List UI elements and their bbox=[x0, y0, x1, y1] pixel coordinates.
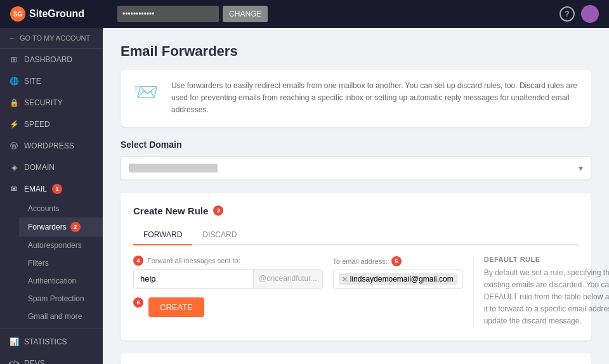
forwarders-label: Forwarders bbox=[28, 223, 67, 231]
sidebar-divider bbox=[0, 328, 103, 328]
paper-plane-icon: 📨 bbox=[133, 80, 159, 104]
default-rule-box: DEFAULT RULE By default we set a rule, s… bbox=[473, 256, 609, 328]
tag-remove-icon[interactable]: × bbox=[343, 275, 348, 283]
info-text: Use forwarders to easily redirect emails… bbox=[171, 80, 579, 117]
sidebar-back-link[interactable]: ← GO TO MY ACCOUNT bbox=[0, 28, 103, 49]
sidebar-label-statistics: STATISTICS bbox=[24, 337, 67, 346]
sidebar-label-security: SECURITY bbox=[24, 98, 63, 107]
forward-from-label: 4 Forward all messages sent to: bbox=[133, 256, 323, 266]
topbar-left: SG SiteGround CHANGE bbox=[10, 6, 268, 22]
create-rule-section: Create New Rule 3 FORWARD DISCARD 4 Forw… bbox=[121, 193, 591, 341]
default-rule-text: By default we set a rule, specifying tha… bbox=[484, 267, 609, 328]
email-tag: × lindsaydemoemail@gmail.com bbox=[339, 273, 457, 285]
sidebar-label-site: SITE bbox=[24, 77, 41, 86]
sidebar-label-dashboard: DASHBOARD bbox=[24, 55, 72, 64]
rule-tabs: FORWARD DISCARD bbox=[133, 225, 579, 245]
domain-suffix: @onceandfutur... bbox=[253, 270, 322, 288]
logo-icon: SG bbox=[10, 6, 25, 22]
create-rule-title: Create New Rule bbox=[133, 205, 208, 216]
sidebar: ← GO TO MY ACCOUNT ⊞ DASHBOARD 🌐 SITE 🔒 … bbox=[0, 28, 103, 364]
rule-header: Create New Rule 3 bbox=[133, 205, 579, 216]
rule-form-left: 4 Forward all messages sent to: @onceand… bbox=[133, 256, 463, 317]
sidebar-item-statistics[interactable]: 📊 STATISTICS bbox=[0, 331, 103, 353]
create-rule-button[interactable]: CREATE bbox=[148, 297, 204, 317]
form-badge-4: 4 bbox=[133, 256, 143, 266]
sidebar-item-security[interactable]: 🔒 SECURITY bbox=[0, 92, 103, 114]
grid-icon: ⊞ bbox=[9, 55, 19, 65]
sidebar-label-email: EMAIL bbox=[24, 185, 47, 193]
sidebar-item-site[interactable]: 🌐 SITE bbox=[0, 70, 103, 92]
sidebar-item-speed[interactable]: ⚡ SPEED bbox=[0, 114, 103, 135]
create-rule-badge: 3 bbox=[213, 205, 223, 216]
rule-inputs-row: 4 Forward all messages sent to: @onceand… bbox=[133, 256, 463, 289]
chevron-down-icon: ▾ bbox=[579, 163, 583, 173]
help-icon[interactable]: ? bbox=[560, 6, 575, 22]
sidebar-label-devs: DEVS bbox=[24, 359, 45, 364]
info-box: 📨 Use forwarders to easily redirect emai… bbox=[121, 70, 591, 127]
speed-icon: ⚡ bbox=[9, 119, 19, 129]
main-content: Email Forwarders 📨 Use forwarders to eas… bbox=[103, 28, 609, 364]
forward-to-group: To email address: 5 × lindsaydemoemail@g… bbox=[333, 256, 463, 289]
tab-discard[interactable]: DISCARD bbox=[192, 225, 247, 245]
sidebar-label-domain: DOMAIN bbox=[24, 163, 55, 172]
avatar[interactable] bbox=[581, 5, 599, 23]
layout: ← GO TO MY ACCOUNT ⊞ DASHBOARD 🌐 SITE 🔒 … bbox=[0, 28, 609, 364]
forward-from-group: 4 Forward all messages sent to: @onceand… bbox=[133, 256, 323, 289]
email-icon: ✉ bbox=[9, 184, 19, 194]
forward-from-input-wrap: @onceandfutur... bbox=[133, 269, 323, 289]
subnav-spam-protection[interactable]: Spam Protection bbox=[19, 290, 103, 308]
email-subnav: Accounts Forwarders 2 Autoresponders Fil… bbox=[0, 200, 103, 325]
forward-from-input[interactable] bbox=[134, 270, 253, 288]
page-title: Email Forwarders bbox=[121, 43, 591, 60]
manage-rules-section: Manage Rules Email Address Rule Actions bbox=[121, 353, 591, 365]
change-button[interactable]: CHANGE bbox=[223, 6, 268, 22]
manage-rules-title: Manage Rules bbox=[121, 353, 591, 365]
topbar-right: ? bbox=[560, 5, 599, 23]
wordpress-icon: Ⓦ bbox=[9, 141, 19, 151]
sidebar-item-domain[interactable]: ◈ DOMAIN bbox=[0, 157, 103, 178]
rule-form-row: 4 Forward all messages sent to: @onceand… bbox=[133, 256, 579, 328]
forwarders-badge: 2 bbox=[70, 222, 81, 232]
topbar-account-input[interactable] bbox=[117, 6, 219, 22]
tab-forward[interactable]: FORWARD bbox=[133, 225, 192, 245]
sidebar-item-dashboard[interactable]: ⊞ DASHBOARD bbox=[0, 49, 103, 70]
code-icon: </> bbox=[9, 358, 19, 364]
domain-icon: ◈ bbox=[9, 162, 19, 172]
select-domain-label: Select Domain bbox=[121, 140, 591, 150]
sidebar-item-wordpress[interactable]: Ⓦ WORDPRESS bbox=[0, 135, 103, 157]
to-badge-5: 5 bbox=[391, 256, 402, 266]
default-rule-title: DEFAULT RULE bbox=[484, 256, 609, 263]
sidebar-item-email[interactable]: ✉ EMAIL 1 bbox=[0, 178, 103, 200]
chart-icon: 📊 bbox=[9, 337, 19, 347]
sidebar-label-wordpress: WORDPRESS bbox=[24, 141, 74, 150]
create-btn-row: 6 CREATE bbox=[133, 289, 463, 317]
subnav-forwarders[interactable]: Forwarders 2 bbox=[19, 218, 103, 237]
subnav-gmail[interactable]: Gmail and more bbox=[19, 308, 103, 325]
forward-to-label: To email address: 5 bbox=[333, 256, 463, 266]
globe-icon: 🌐 bbox=[9, 76, 19, 86]
back-arrow-icon: ← bbox=[9, 34, 16, 42]
logo: SG SiteGround bbox=[10, 6, 84, 22]
domain-select[interactable]: ▾ bbox=[121, 156, 591, 180]
lock-icon: 🔒 bbox=[9, 98, 19, 108]
sidebar-item-devs[interactable]: </> DEVS bbox=[0, 353, 103, 364]
subnav-filters[interactable]: Filters bbox=[19, 254, 103, 272]
back-label: GO TO MY ACCOUNT bbox=[20, 34, 90, 42]
subnav-autoresponders[interactable]: Autoresponders bbox=[19, 237, 103, 254]
subnav-authentication[interactable]: Authentication bbox=[19, 272, 103, 290]
topbar: SG SiteGround CHANGE ? bbox=[0, 0, 609, 28]
tag-email: lindsaydemoemail@gmail.com bbox=[350, 275, 454, 283]
email-tags-input[interactable]: × lindsaydemoemail@gmail.com bbox=[333, 270, 463, 289]
topbar-input-wrap: CHANGE bbox=[117, 6, 268, 22]
domain-select-value bbox=[129, 164, 218, 172]
sidebar-label-speed: SPEED bbox=[24, 120, 50, 129]
create-badge-6: 6 bbox=[133, 297, 143, 308]
logo-text: SiteGround bbox=[29, 8, 84, 20]
email-badge: 1 bbox=[52, 184, 62, 194]
subnav-accounts[interactable]: Accounts bbox=[19, 200, 103, 218]
